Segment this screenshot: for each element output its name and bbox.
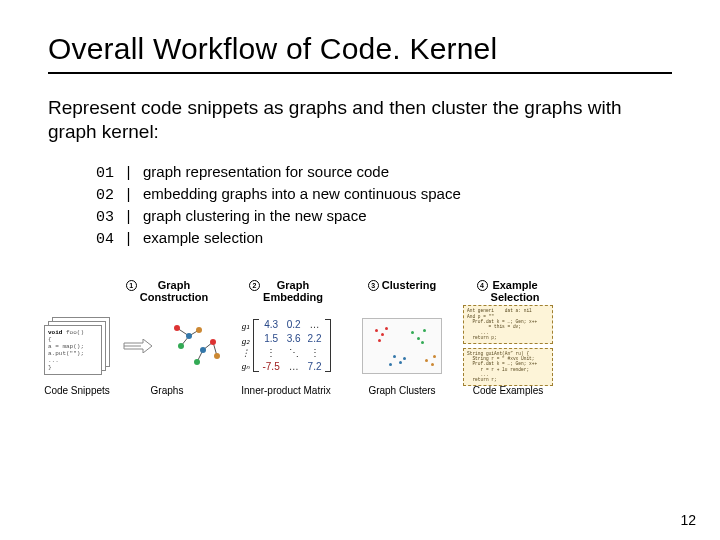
dots-icon: ⋮ [308,347,322,358]
dots-icon: … [287,361,301,372]
stage-label: Inner-product Matrix [241,385,330,396]
code-keyword: void [48,329,62,336]
g-label: g₁ [241,321,250,331]
step-number: 03 [88,208,114,228]
step-separator: | [114,208,143,228]
svg-point-12 [194,359,200,365]
svg-point-7 [186,333,192,339]
arrow-stage-4: 4 Example Selection Ant generi dat a: ni… [458,279,558,396]
step-row: 04 | example selection [88,228,672,250]
code-card-stack: void foo() { a = map(); a.put(""); ... } [44,317,110,375]
stage-label: Graph Clusters [368,385,435,396]
stage-code-snippets: void foo() { a = map(); a.put(""); ... }… [38,279,116,396]
matrix-cell: 0.2 [287,319,301,330]
workflow-diagram: void foo() { a = map(); a.put(""); ... }… [38,279,672,396]
arrow-stage-2: 2 Graph Embedding g₁ g₂ ⋮ gₙ 4.3 0.2 … 1… [226,279,346,396]
code-text: a.put(""); [48,350,84,357]
arrow-stage-1: 1 Graph Construction Graphs [122,279,212,396]
example-card: String guiAnt(An” ru) { String r = " #xv… [463,348,553,386]
step-separator: | [114,164,143,184]
slide-subtitle: Represent code snippets as graphs and th… [48,96,672,144]
step-number: 04 [88,230,114,250]
step-separator: | [114,230,143,250]
svg-point-11 [210,339,216,345]
matrix-cell: 1.5 [262,333,279,344]
step-number: 02 [88,186,114,206]
stage-heading: 2 Graph Embedding [249,279,323,311]
stage-label: Code Snippets [44,385,110,396]
svg-point-13 [214,353,220,359]
stage-heading-text: Graph Construction [140,279,208,303]
svg-point-10 [200,347,206,353]
graph-icon [167,320,225,372]
dots-icon: … [308,319,322,330]
code-text: a = map(); [48,343,84,350]
code-text: foo() [62,329,84,336]
stage-label: Graphs [151,385,184,396]
stage-number-icon: 3 [368,280,379,291]
step-row: 01 | graph representation for source cod… [88,162,672,184]
svg-point-9 [196,327,202,333]
g-label: g₂ [241,336,250,346]
example-cards: Ant generi dat a: nil And p = "" Prof.da… [463,305,553,386]
step-row: 02 | embedding graphs into a new continu… [88,184,672,206]
dots-icon: ⋮ [262,347,279,358]
svg-point-8 [178,343,184,349]
stage-heading-text: Clustering [382,279,436,291]
arrow-stage-3: 3 Clustering Graph Cluster [352,279,452,396]
svg-point-6 [174,325,180,331]
stage-number-icon: 4 [477,280,488,291]
step-number: 01 [88,164,114,184]
stage-heading: 1 Graph Construction [126,279,208,311]
matrix-cell: 4.3 [262,319,279,330]
step-text: embedding graphs into a new continuous s… [143,184,461,204]
step-text: example selection [143,228,263,248]
step-text: graph clustering in the new space [143,206,366,226]
stage-heading-text: Graph Embedding [263,279,323,303]
example-card: Ant generi dat a: nil And p = "" Prof.da… [463,305,553,343]
code-text: { [48,336,52,343]
matrix-cell: 7.2 [308,361,322,372]
matrix-cell: 3.6 [287,333,301,344]
stage-number-icon: 2 [249,280,260,291]
step-text: graph representation for source code [143,162,389,182]
slide-title: Overall Workflow of Code. Kernel [48,32,672,74]
graphs-illustration [138,320,196,372]
step-separator: | [114,186,143,206]
page-number: 12 [680,512,696,528]
code-text: ... [48,357,59,364]
dots-icon: ⋱ [287,347,301,358]
stage-number-icon: 1 [126,280,137,291]
stage-heading: 3 Clustering [368,279,436,311]
step-row: 03 | graph clustering in the new space [88,206,672,228]
inner-product-matrix: g₁ g₂ ⋮ gₙ 4.3 0.2 … 1.5 3.6 2.2 ⋮ ⋱ ⋮ -… [241,319,330,372]
step-list: 01 | graph representation for source cod… [88,162,672,251]
stage-label: Code Examples [473,385,544,396]
scatter-plot [362,318,442,374]
matrix-cell: 2.2 [308,333,322,344]
code-text: } [48,364,52,371]
matrix-cell: -7.5 [262,361,279,372]
g-label: gₙ [241,361,250,371]
vdots-icon: ⋮ [241,351,250,356]
stage-heading-text: Example Selection [491,279,540,303]
